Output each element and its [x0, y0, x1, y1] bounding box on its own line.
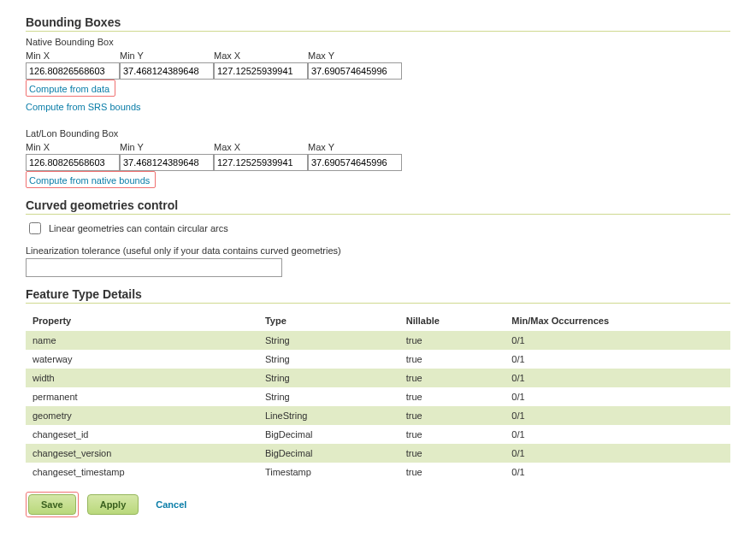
- table-cell: 0/1: [505, 387, 730, 406]
- table-cell: 0/1: [505, 350, 730, 369]
- table-cell: 0/1: [505, 369, 730, 387]
- col-occur: Min/Max Occurrences: [505, 310, 730, 331]
- table-cell: waterway: [26, 350, 258, 369]
- curved-geometries-heading: Curved geometries control: [26, 198, 730, 215]
- latlon-maxx-input[interactable]: [214, 154, 308, 171]
- table-cell: true: [399, 425, 505, 444]
- table-cell: name: [26, 331, 258, 350]
- table-cell: 0/1: [505, 425, 730, 444]
- table-row: permanentStringtrue0/1: [26, 387, 730, 406]
- native-maxx-label: Max X: [214, 50, 308, 61]
- table-row: waterwayStringtrue0/1: [26, 350, 730, 369]
- tolerance-label: Linearization tolerance (useful only if …: [26, 245, 730, 256]
- table-cell: String: [258, 369, 399, 387]
- table-cell: BigDecimal: [258, 425, 399, 444]
- save-button[interactable]: Save: [28, 494, 76, 515]
- table-row: nameStringtrue0/1: [26, 331, 730, 350]
- table-cell: String: [258, 350, 399, 369]
- circular-arcs-label: Linear geometries can contain circular a…: [49, 223, 228, 233]
- native-miny-input[interactable]: [120, 62, 214, 80]
- circular-arcs-checkbox[interactable]: [29, 222, 41, 234]
- feature-table: Property Type Nillable Min/Max Occurrenc…: [26, 310, 730, 481]
- table-cell: changeset_timestamp: [26, 463, 258, 481]
- table-cell: changeset_version: [26, 444, 258, 463]
- table-row: changeset_versionBigDecimaltrue0/1: [26, 444, 730, 463]
- table-row: widthStringtrue0/1: [26, 369, 730, 387]
- compute-from-srs-link[interactable]: Compute from SRS bounds: [26, 102, 141, 112]
- table-cell: true: [399, 369, 505, 387]
- latlon-bbox-row: Min X Min Y Max X Max Y: [26, 142, 730, 171]
- cancel-link[interactable]: Cancel: [156, 499, 186, 510]
- native-bbox-row: Min X Min Y Max X Max Y: [26, 50, 730, 80]
- bounding-boxes-heading: Bounding Boxes: [26, 15, 730, 32]
- table-cell: 0/1: [505, 463, 730, 481]
- native-miny-label: Min Y: [120, 50, 214, 61]
- table-cell: 0/1: [505, 331, 730, 350]
- apply-button[interactable]: Apply: [87, 494, 139, 515]
- table-cell: true: [399, 350, 505, 369]
- latlon-maxx-label: Max X: [214, 142, 308, 152]
- native-minx-label: Min X: [26, 50, 120, 61]
- col-type: Type: [258, 310, 399, 331]
- native-maxx-input[interactable]: [214, 62, 308, 80]
- latlon-maxy-label: Max Y: [308, 142, 402, 152]
- table-cell: width: [26, 369, 258, 387]
- latlon-minx-label: Min X: [26, 142, 120, 152]
- col-nillable: Nillable: [399, 310, 505, 331]
- feature-type-heading: Feature Type Details: [26, 287, 730, 304]
- latlon-miny-label: Min Y: [120, 142, 214, 152]
- table-cell: changeset_id: [26, 425, 258, 444]
- table-cell: true: [399, 444, 505, 463]
- latlon-minx-input[interactable]: [26, 154, 120, 171]
- native-maxy-label: Max Y: [308, 50, 402, 61]
- table-cell: permanent: [26, 387, 258, 406]
- table-cell: Timestamp: [258, 463, 399, 481]
- col-property: Property: [26, 310, 258, 331]
- footer-actions: Save Apply Cancel: [26, 492, 730, 517]
- table-cell: true: [399, 406, 505, 425]
- table-cell: true: [399, 463, 505, 481]
- latlon-maxy-input[interactable]: [308, 154, 402, 171]
- compute-from-native-link[interactable]: Compute from native bounds: [29, 175, 150, 186]
- native-minx-input[interactable]: [26, 62, 120, 80]
- native-maxy-input[interactable]: [308, 62, 402, 80]
- table-cell: geometry: [26, 406, 258, 425]
- table-cell: 0/1: [505, 444, 730, 463]
- table-cell: true: [399, 387, 505, 406]
- native-bbox-label: Native Bounding Box: [26, 37, 730, 47]
- table-cell: String: [258, 331, 399, 350]
- table-cell: LineString: [258, 406, 399, 425]
- table-row: changeset_idBigDecimaltrue0/1: [26, 425, 730, 444]
- latlon-miny-input[interactable]: [120, 154, 214, 171]
- table-cell: BigDecimal: [258, 444, 399, 463]
- compute-from-data-link[interactable]: Compute from data: [29, 84, 109, 94]
- table-row: changeset_timestampTimestamptrue0/1: [26, 463, 730, 481]
- tolerance-input[interactable]: [26, 258, 282, 277]
- table-cell: true: [399, 331, 505, 350]
- table-cell: 0/1: [505, 406, 730, 425]
- latlon-bbox-label: Lat/Lon Bounding Box: [26, 128, 730, 139]
- table-row: geometryLineStringtrue0/1: [26, 406, 730, 425]
- table-cell: String: [258, 387, 399, 406]
